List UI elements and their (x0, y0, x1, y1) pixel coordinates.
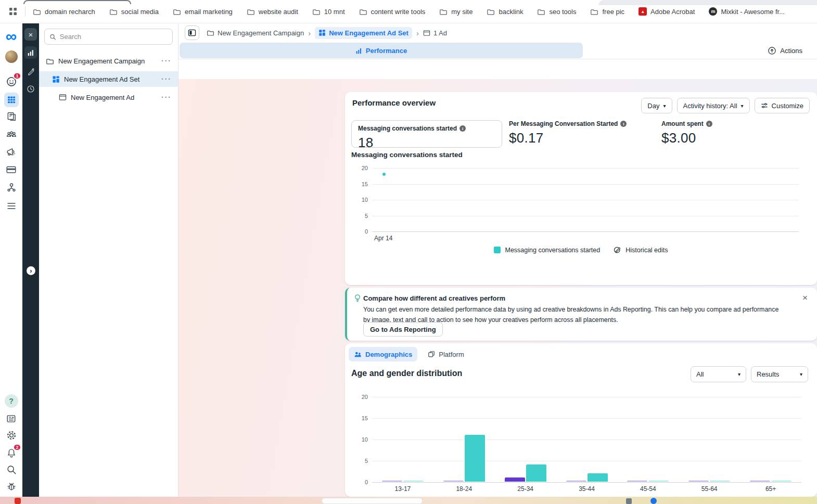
taskbar-app-icon[interactable] (15, 498, 21, 504)
bookmark-item[interactable]: website audit (247, 8, 298, 16)
bookmark-item[interactable]: backlink (487, 8, 523, 16)
metric-per-conversation[interactable]: Per Messaging Conversation Startedi $0.1… (509, 120, 627, 146)
bar[interactable] (771, 481, 792, 482)
bookmark-item[interactable]: seo tools (537, 8, 576, 16)
metric-messaging-conversations[interactable]: Messaging conversations startedi 18 (351, 120, 502, 148)
taskbar-search[interactable] (322, 498, 423, 504)
item-menu-icon[interactable]: ··· (161, 75, 172, 83)
close-icon[interactable]: × (802, 293, 808, 303)
tree-item-ad[interactable]: New Engagement Ad ··· (39, 89, 178, 105)
bookmark-label: content write tools (371, 8, 426, 16)
org-chart-icon (6, 182, 17, 192)
tab-demographics[interactable]: Demographics (349, 347, 417, 361)
bar[interactable] (648, 481, 669, 482)
tree-item-campaign[interactable]: New Engagement Campaign ··· (39, 53, 178, 69)
tab-platform[interactable]: Platform (423, 347, 469, 361)
bookmark-item[interactable]: free pic (590, 8, 624, 16)
meta-logo[interactable]: ∞ (4, 29, 19, 44)
bookmark-item[interactable]: my site (439, 8, 473, 16)
bar[interactable] (526, 464, 546, 482)
info-icon[interactable]: i (620, 121, 627, 127)
close-icon[interactable]: × (24, 28, 37, 41)
bar[interactable] (465, 435, 485, 482)
sidebar-toggle-button[interactable] (185, 25, 199, 40)
account-notifications-icon[interactable]: 1 (4, 74, 19, 89)
metric-filter-dropdown[interactable]: Results▾ (751, 366, 808, 382)
audiences-icon[interactable] (4, 127, 19, 141)
bar[interactable] (566, 481, 586, 482)
ads-manager-icon[interactable] (4, 93, 19, 107)
taskbar-app-icon[interactable] (626, 498, 632, 504)
apps-grid-icon[interactable] (7, 6, 19, 17)
alerts-bell-icon[interactable]: 2 (4, 446, 19, 460)
activity-history-dropdown[interactable]: Activity history: All▾ (677, 98, 750, 113)
tree-item-adset[interactable]: New Engagement Ad Set ··· (39, 71, 178, 87)
business-settings-icon[interactable] (4, 180, 19, 195)
search-input[interactable] (60, 33, 168, 41)
bookmark-label: free pic (602, 8, 624, 16)
taskbar-app-icon[interactable] (650, 498, 657, 504)
bookmark-label: Mixkit - Awesome fr... (721, 8, 785, 16)
bookmark-item[interactable]: email marketing (173, 8, 233, 16)
settings-icon[interactable] (4, 428, 19, 443)
bar[interactable] (588, 473, 608, 482)
chevron-down-icon: ▾ (663, 103, 666, 109)
y-tick-label: 10 (351, 436, 368, 443)
folder-icon (487, 8, 495, 16)
bar[interactable] (688, 481, 709, 482)
data-point[interactable] (382, 173, 386, 176)
bookmark-label: website audit (259, 8, 298, 16)
y-tick-label: 15 (351, 415, 368, 421)
pages-icon[interactable] (4, 109, 19, 124)
bookmark-item[interactable]: content write tools (359, 8, 426, 16)
bookmark-item[interactable]: mMixkit - Awesome fr... (709, 7, 785, 16)
all-tools-icon[interactable] (4, 199, 19, 213)
item-menu-icon[interactable]: ··· (161, 93, 172, 101)
tab-label: Performance (366, 47, 407, 55)
search-icon (49, 33, 56, 41)
tab-performance[interactable]: Performance (180, 43, 583, 58)
bookmark-item[interactable]: social media (109, 8, 159, 16)
tree-search[interactable] (44, 29, 173, 45)
gender-filter-dropdown[interactable]: All▾ (691, 366, 746, 382)
breadcrumb-campaign[interactable]: New Engagement Campaign (207, 29, 304, 37)
breadcrumb-label: 1 Ad (433, 29, 447, 37)
billing-icon[interactable] (4, 162, 19, 177)
info-icon[interactable]: i (706, 121, 712, 127)
platform-icon (428, 351, 435, 358)
ads-megaphone-icon[interactable] (4, 145, 19, 159)
history-clock-icon[interactable] (24, 83, 37, 95)
bar[interactable] (710, 481, 730, 482)
customize-button[interactable]: Customize (755, 98, 810, 113)
info-icon[interactable]: i (459, 125, 466, 132)
bookmark-label: domain recharch (45, 8, 95, 16)
people-icon (354, 351, 362, 358)
bookmark-item[interactable]: 10 mnt (312, 8, 345, 16)
item-menu-icon[interactable]: ··· (161, 57, 172, 65)
edit-pencil-icon[interactable] (24, 65, 37, 77)
go-to-ads-reporting-button[interactable]: Go to Ads Reporting (363, 322, 443, 337)
expand-panel-button[interactable]: › (27, 266, 35, 275)
breadcrumb-adset[interactable]: New Engagement Ad Set (315, 27, 412, 39)
bar[interactable] (505, 477, 525, 482)
help-icon[interactable]: ? (4, 394, 19, 408)
bookmark-item[interactable]: domain recharch (33, 8, 95, 16)
bar[interactable] (750, 481, 770, 482)
content-scroll-area[interactable]: Performance overview Day▾ Activity histo… (178, 79, 817, 497)
breadcrumb-ad[interactable]: 1 Ad (423, 29, 447, 37)
chart-legend: Messaging conversations started Historic… (345, 246, 817, 254)
bar[interactable] (627, 481, 647, 482)
search-icon[interactable] (4, 462, 19, 477)
avatar[interactable] (4, 49, 19, 64)
day-dropdown[interactable]: Day▾ (641, 98, 672, 113)
ads-reporting-icon[interactable] (24, 46, 37, 59)
bookmark-item[interactable]: ▲Adobe Acrobat (639, 7, 695, 16)
bar[interactable] (382, 481, 402, 482)
whats-new-icon[interactable] (4, 411, 19, 426)
bar[interactable] (403, 481, 424, 482)
actions-button[interactable]: Actions (768, 43, 802, 58)
tab-label: Demographics (365, 351, 412, 358)
report-bug-icon[interactable] (4, 479, 19, 494)
bar[interactable] (443, 481, 464, 482)
metric-amount-spent[interactable]: Amount spenti $3.00 (661, 120, 712, 146)
